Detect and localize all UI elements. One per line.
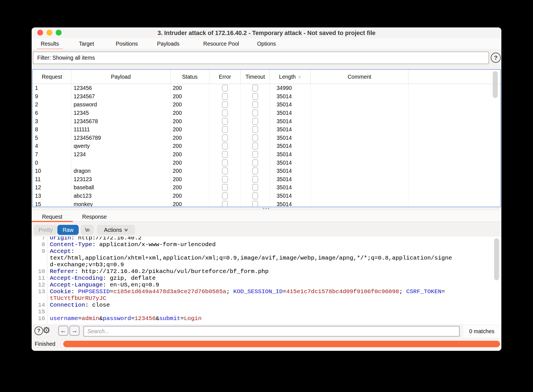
request-editor[interactable]: 7Origin: http://172.16.40.28Content-Type… xyxy=(32,237,501,325)
token-param: PHPSESSID xyxy=(78,288,110,295)
filter-summary[interactable]: Filter: Showing all items xyxy=(33,52,489,64)
error-checkbox[interactable] xyxy=(222,118,228,125)
column-header-comment[interactable]: Comment xyxy=(311,70,408,84)
table-scrollbar[interactable] xyxy=(493,71,498,98)
column-header-label: Length xyxy=(279,74,296,80)
table-row[interactable]: 13abc12320035014 xyxy=(33,192,500,200)
cell-timeout xyxy=(241,84,270,92)
table-row[interactable]: 2password20035014 xyxy=(33,101,500,109)
previous-match-button[interactable]: ← xyxy=(58,326,68,336)
table-row[interactable]: 31234567820035014 xyxy=(33,117,500,125)
timeout-checkbox[interactable] xyxy=(252,151,258,158)
error-checkbox[interactable] xyxy=(222,109,228,116)
timeout-checkbox[interactable] xyxy=(252,134,258,141)
cell-comment xyxy=(311,200,408,207)
timeout-checkbox[interactable] xyxy=(252,101,258,108)
error-checkbox[interactable] xyxy=(222,192,228,199)
gear-icon[interactable]: ⚙ xyxy=(43,325,50,335)
editor-scrollbar[interactable] xyxy=(494,238,499,280)
error-checkbox[interactable] xyxy=(222,201,228,207)
table-row[interactable]: 10dragon20035014 xyxy=(33,167,500,175)
timeout-checkbox[interactable] xyxy=(252,184,258,191)
timeout-checkbox[interactable] xyxy=(252,93,258,100)
line-content xyxy=(45,309,50,315)
actions-button[interactable]: Actions ∨ xyxy=(97,225,135,235)
timeout-checkbox[interactable] xyxy=(252,192,258,199)
table-row[interactable]: 4qwerty20035014 xyxy=(33,142,500,150)
newline-toggle-button[interactable]: \n xyxy=(81,225,94,235)
error-checkbox[interactable] xyxy=(222,184,228,191)
error-checkbox[interactable] xyxy=(222,151,228,158)
error-checkbox[interactable] xyxy=(222,159,228,166)
line-number: 16 xyxy=(32,315,45,322)
cell-payload: 123456789 xyxy=(71,134,170,142)
column-header-request[interactable]: Request xyxy=(33,70,71,84)
timeout-checkbox[interactable] xyxy=(252,118,258,125)
error-checkbox[interactable] xyxy=(222,167,228,174)
timeout-checkbox[interactable] xyxy=(252,176,258,183)
search-help-icon[interactable]: ? xyxy=(34,326,43,335)
help-icon[interactable]: ? xyxy=(491,53,501,63)
timeout-checkbox[interactable] xyxy=(252,167,258,174)
pretty-button[interactable]: Pretty xyxy=(34,225,57,235)
error-checkbox[interactable] xyxy=(222,93,228,100)
timeout-checkbox[interactable] xyxy=(252,159,258,166)
error-checkbox[interactable] xyxy=(222,176,228,183)
tab-payloads[interactable]: Payloads xyxy=(153,38,183,49)
line-content: Cookie: PHPSESSID=c185e1d649a4478d3a9ce2… xyxy=(45,288,445,295)
tab-response[interactable]: Response xyxy=(73,211,116,221)
error-checkbox[interactable] xyxy=(222,126,228,133)
token-plain: = xyxy=(131,315,135,322)
table-row[interactable]: 020035014 xyxy=(33,158,500,167)
table-row[interactable]: 7123420035014 xyxy=(33,150,500,159)
table-row[interactable]: 61234520035014 xyxy=(33,109,500,117)
tab-results[interactable]: Results xyxy=(37,38,63,50)
raw-button[interactable]: Raw xyxy=(57,225,79,235)
table-row[interactable]: 811111120035014 xyxy=(33,125,500,134)
tab-options[interactable]: Options xyxy=(253,38,280,49)
table-row[interactable]: 1112312320035014 xyxy=(33,175,500,184)
line-content: Referer: http://172.16.40.2/pikachu/vul/… xyxy=(45,268,268,275)
column-header-status[interactable]: Status xyxy=(170,70,209,84)
cell-length: 35014 xyxy=(270,150,311,159)
timeout-checkbox[interactable] xyxy=(252,126,258,133)
table-row[interactable]: 512345678920035014 xyxy=(33,134,500,142)
cell-length: 34990 xyxy=(270,84,311,92)
cell-status: 200 xyxy=(170,158,209,167)
column-header-length[interactable]: Length∧ xyxy=(270,70,311,84)
timeout-checkbox[interactable] xyxy=(252,143,258,150)
token-plain: : application/x-www-form-urlencoded xyxy=(92,241,216,248)
table-row[interactable]: 9123456720035014 xyxy=(33,92,500,101)
error-checkbox[interactable] xyxy=(222,101,228,108)
cell-status: 200 xyxy=(170,92,209,101)
editor-line: 14Connection: close xyxy=(32,302,501,309)
column-header-error[interactable]: Error xyxy=(209,70,241,84)
tab-resource-pool[interactable]: Resource Pool xyxy=(199,38,243,49)
error-checkbox[interactable] xyxy=(222,134,228,141)
attack-status-label: Finished xyxy=(35,341,55,347)
line-number: 7 xyxy=(32,237,45,241)
line-number xyxy=(32,295,45,302)
line-content: Content-Type: application/x-www-form-url… xyxy=(45,241,216,248)
timeout-checkbox[interactable] xyxy=(252,201,258,207)
search-input[interactable] xyxy=(83,326,460,337)
pane-splitter-handle[interactable]: ••• xyxy=(32,207,501,211)
column-header-timeout[interactable]: Timeout xyxy=(241,70,270,84)
tab-target[interactable]: Target xyxy=(75,38,98,49)
timeout-checkbox[interactable] xyxy=(252,85,258,92)
tab-request[interactable]: Request xyxy=(32,211,73,221)
error-checkbox[interactable] xyxy=(222,143,228,150)
cell-request: 5 xyxy=(33,134,71,142)
column-header-payload[interactable]: Payload xyxy=(71,70,170,84)
table-row[interactable]: 112345620034990 xyxy=(33,84,500,92)
token-plain: d-exchange;v=b3;q=0.9 xyxy=(50,262,124,268)
column-header-empty xyxy=(408,70,500,84)
error-checkbox[interactable] xyxy=(222,85,228,92)
tab-positions[interactable]: Positions xyxy=(112,38,142,49)
cell-request: 9 xyxy=(33,92,71,101)
cell-payload: 111111 xyxy=(71,125,170,134)
next-match-button[interactable]: → xyxy=(69,326,80,336)
table-row[interactable]: 12baseball20035014 xyxy=(33,183,500,192)
cell-request: 2 xyxy=(33,101,71,109)
timeout-checkbox[interactable] xyxy=(252,109,258,116)
